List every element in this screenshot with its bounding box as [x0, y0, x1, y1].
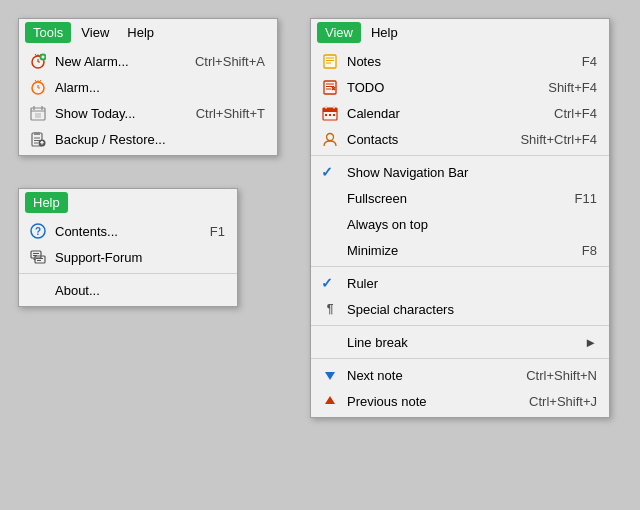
calendar-label: Calendar: [347, 106, 534, 121]
view-menu-tab-tools[interactable]: View: [73, 22, 117, 43]
view-divider-2: [311, 266, 609, 267]
svg-rect-19: [35, 113, 41, 118]
show-today-shortcut: Ctrl+Shift+T: [196, 106, 265, 121]
prev-note-label: Previous note: [347, 394, 509, 409]
svg-rect-46: [323, 108, 337, 112]
contacts-label: Contacts: [347, 132, 500, 147]
svg-line-2: [35, 54, 37, 56]
help-menu-panel: Help ? Contents... F1: [18, 188, 238, 307]
support-forum-label: Support-Forum: [55, 250, 225, 265]
svg-marker-56: [325, 396, 335, 404]
show-nav-bar-check: ✓: [321, 164, 333, 180]
view-divider-1: [311, 155, 609, 156]
about-label: About...: [55, 283, 225, 298]
svg-rect-51: [325, 114, 327, 116]
notes-item[interactable]: Notes F4: [311, 48, 609, 74]
tools-menu-header: Tools View Help: [19, 19, 277, 45]
todo-shortcut: Shift+F4: [548, 80, 597, 95]
tools-menu-body: New Alarm... Ctrl+Shift+A Alarm...: [19, 45, 277, 155]
view-menu-body: Notes F4 TODO Shift+F4: [311, 45, 609, 417]
help-menu-tab-tools[interactable]: Help: [119, 22, 162, 43]
svg-point-54: [327, 134, 334, 141]
svg-line-12: [40, 80, 42, 82]
svg-rect-29: [31, 251, 41, 258]
show-nav-bar-label: Show Navigation Bar: [347, 165, 597, 180]
special-chars-item[interactable]: ¶ Special characters: [311, 296, 609, 322]
svg-marker-55: [325, 372, 335, 380]
alarm-item[interactable]: Alarm...: [19, 74, 277, 100]
svg-rect-32: [35, 256, 45, 263]
svg-rect-52: [329, 114, 331, 116]
minimize-label: Minimize: [347, 243, 562, 258]
contents-shortcut: F1: [210, 224, 225, 239]
contents-label: Contents...: [55, 224, 190, 239]
help-menu-body: ? Contents... F1 Support-Forum: [19, 215, 237, 306]
tools-menu-tab[interactable]: Tools: [25, 22, 71, 43]
calendar-icon: [321, 104, 339, 122]
next-note-label: Next note: [347, 368, 506, 383]
prev-note-item[interactable]: Previous note Ctrl+Shift+J: [311, 388, 609, 414]
prev-note-shortcut: Ctrl+Shift+J: [529, 394, 597, 409]
todo-item[interactable]: TODO Shift+F4: [311, 74, 609, 100]
calendar-shortcut: Ctrl+F4: [554, 106, 597, 121]
todo-label: TODO: [347, 80, 528, 95]
backup-icon: [29, 130, 47, 148]
backup-restore-item[interactable]: Backup / Restore...: [19, 126, 277, 152]
support-icon: [29, 248, 47, 266]
prev-note-icon: [321, 392, 339, 410]
contents-item[interactable]: ? Contents... F1: [19, 218, 237, 244]
special-char-icon: ¶: [321, 300, 339, 318]
ruler-check: ✓: [321, 275, 333, 291]
new-alarm-label: New Alarm...: [55, 54, 175, 69]
tools-menu-panel: Tools View Help New Alarm... Ctrl: [18, 18, 278, 156]
view-menu-panel: View Help Notes F4: [310, 18, 610, 418]
help-menu-header: Help: [19, 189, 237, 215]
show-nav-bar-item[interactable]: ✓ Show Navigation Bar: [311, 159, 609, 185]
contacts-shortcut: Shift+Ctrl+F4: [520, 132, 597, 147]
next-note-shortcut: Ctrl+Shift+N: [526, 368, 597, 383]
view-divider-3: [311, 325, 609, 326]
always-on-top-item[interactable]: Always on top: [311, 211, 609, 237]
ruler-item[interactable]: ✓ Ruler: [311, 270, 609, 296]
fullscreen-label: Fullscreen: [347, 191, 555, 206]
minimize-item[interactable]: Minimize F8: [311, 237, 609, 263]
view-menu-header: View Help: [311, 19, 609, 45]
alarm-icon: [29, 78, 47, 96]
notes-shortcut: F4: [582, 54, 597, 69]
next-note-icon: [321, 366, 339, 384]
notes-label: Notes: [347, 54, 562, 69]
fullscreen-item[interactable]: Fullscreen F11: [311, 185, 609, 211]
new-alarm-item[interactable]: New Alarm... Ctrl+Shift+A: [19, 48, 277, 74]
contacts-item[interactable]: Contacts Shift+Ctrl+F4: [311, 126, 609, 152]
line-break-arrow: ►: [584, 335, 597, 350]
svg-rect-21: [34, 132, 40, 135]
ruler-label: Ruler: [347, 276, 597, 291]
svg-rect-35: [324, 55, 336, 68]
show-today-label: Show Today...: [55, 106, 176, 121]
about-item[interactable]: About...: [19, 277, 237, 303]
next-note-item[interactable]: Next note Ctrl+Shift+N: [311, 362, 609, 388]
alarm-new-icon: [29, 52, 47, 70]
svg-rect-53: [333, 114, 335, 116]
calendar-item[interactable]: Calendar Ctrl+F4: [311, 100, 609, 126]
special-chars-label: Special characters: [347, 302, 597, 317]
line-break-label: Line break: [347, 335, 576, 350]
svg-text:?: ?: [35, 226, 41, 237]
alarm-label: Alarm...: [55, 80, 265, 95]
today-icon: [29, 104, 47, 122]
line-break-item[interactable]: Line break ►: [311, 329, 609, 355]
always-on-top-label: Always on top: [347, 217, 597, 232]
view-menu-tab[interactable]: View: [317, 22, 361, 43]
support-forum-item[interactable]: Support-Forum: [19, 244, 237, 270]
fullscreen-shortcut: F11: [575, 191, 597, 206]
minimize-shortcut: F8: [582, 243, 597, 258]
notes-icon: [321, 52, 339, 70]
new-alarm-shortcut: Ctrl+Shift+A: [195, 54, 265, 69]
help-divider-1: [19, 273, 237, 274]
backup-restore-label: Backup / Restore...: [55, 132, 265, 147]
help-menu-tab[interactable]: Help: [25, 192, 68, 213]
show-today-item[interactable]: Show Today... Ctrl+Shift+T: [19, 100, 277, 126]
help-menu-tab-view[interactable]: Help: [363, 22, 406, 43]
view-divider-4: [311, 358, 609, 359]
svg-line-11: [35, 80, 37, 82]
